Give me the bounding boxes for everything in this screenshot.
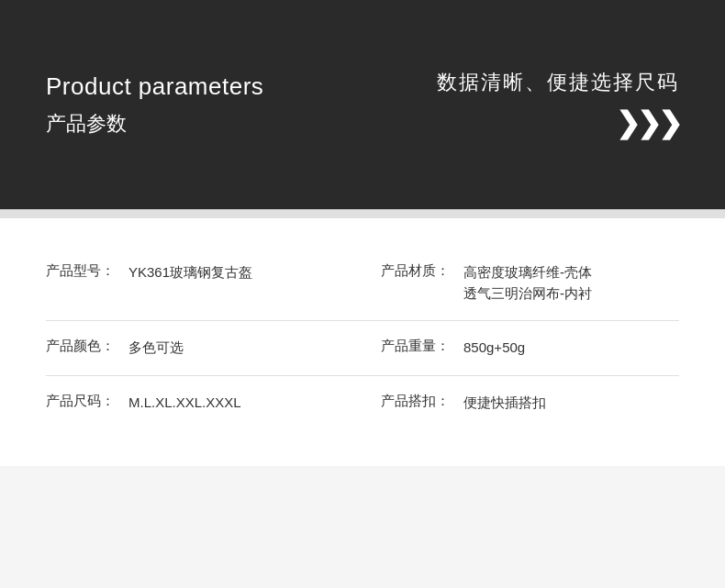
divider	[0, 209, 725, 218]
param-cell-buckle: 产品搭扣： 便捷快插搭扣	[362, 376, 679, 430]
param-cell-color: 产品颜色： 多色可选	[46, 321, 362, 376]
param-value-material: 高密度玻璃纤维-壳体透气三明治网布-内衬	[463, 262, 670, 304]
param-label-buckle: 产品搭扣：	[381, 393, 454, 410]
param-cell-weight: 产品重量： 850g+50g	[362, 321, 679, 376]
banner-title-zh: 产品参数	[46, 110, 263, 138]
param-value-model: YK361玻璃钢复古盔	[128, 262, 353, 283]
banner-left: Product parameters 产品参数	[46, 72, 263, 138]
param-label-weight: 产品重量：	[381, 338, 454, 355]
param-value-weight: 850g+50g	[463, 338, 670, 359]
param-cell-model: 产品型号： YK361玻璃钢复古盔	[46, 246, 362, 321]
banner-title-en: Product parameters	[46, 72, 263, 101]
param-label-model: 产品型号：	[46, 262, 119, 280]
banner-right: 数据清晰、便捷选择尺码 ❯❯❯	[437, 69, 679, 140]
param-value-color: 多色可选	[128, 338, 353, 359]
param-label-color: 产品颜色：	[46, 338, 119, 355]
param-label-material: 产品材质：	[381, 262, 454, 280]
params-section: 产品型号： YK361玻璃钢复古盔 产品材质： 高密度玻璃纤维-壳体透气三明治网…	[0, 218, 725, 466]
param-value-size: M.L.XL.XXL.XXXL	[128, 393, 353, 414]
param-label-size: 产品尺码：	[46, 393, 119, 410]
param-cell-material: 产品材质： 高密度玻璃纤维-壳体透气三明治网布-内衬	[362, 246, 679, 321]
param-value-buckle: 便捷快插搭扣	[463, 393, 670, 414]
param-cell-size: 产品尺码： M.L.XL.XXL.XXXL	[46, 376, 362, 430]
chevrons-icon: ❯❯❯	[616, 105, 679, 140]
banner-subtitle: 数据清晰、便捷选择尺码	[437, 69, 679, 96]
params-grid: 产品型号： YK361玻璃钢复古盔 产品材质： 高密度玻璃纤维-壳体透气三明治网…	[46, 246, 679, 429]
top-banner: Product parameters 产品参数 数据清晰、便捷选择尺码 ❯❯❯	[0, 0, 725, 209]
